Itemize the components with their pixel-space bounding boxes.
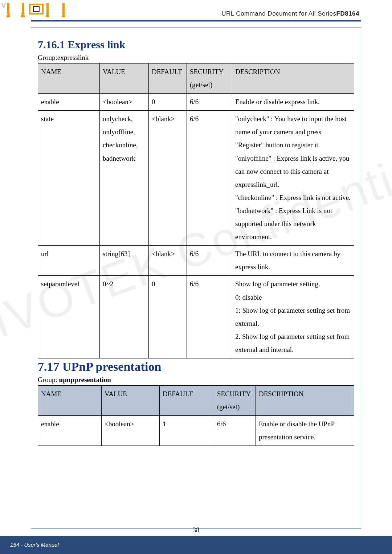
col-value: VALUE [100, 63, 149, 94]
cell-default: 0 [149, 276, 187, 358]
header-doc-title: URL Command Document for All SeriesFD816… [221, 10, 359, 17]
section-7-17-title: 7.17 UPnP presentation [38, 360, 354, 374]
cell-name: setparamlevel [38, 276, 100, 358]
cell-default: 0 [149, 94, 187, 111]
cell-description: "onlycheck" : You have to input the host… [232, 111, 354, 246]
svg-rect-3 [22, 3, 24, 14]
content-frame: 7.16.1 Express link Group:expresslink NA… [31, 27, 361, 529]
cell-security: 6/6 [187, 246, 232, 276]
col-default: DEFAULT [160, 385, 214, 415]
cell-value: string[63] [100, 246, 149, 276]
header-title-prefix: URL Command Document for [221, 10, 309, 17]
cell-value: <boolean> [102, 416, 160, 446]
cell-security: 6/6 [187, 111, 232, 246]
cell-name: enable [38, 416, 102, 446]
svg-rect-13 [62, 15, 65, 17]
cell-description: Enable or disable the UPnP presentation … [256, 416, 354, 446]
svg-rect-10 [46, 15, 49, 17]
col-security: SECURITY(get/set) [214, 385, 256, 415]
group-name: upnppresentation [59, 376, 111, 383]
svg-rect-5 [21, 15, 25, 17]
cell-value: onlycheck,onlyoffline,checkonline,badnet… [100, 111, 149, 246]
page-number: 38 [193, 526, 199, 534]
cell-default: 1 [160, 416, 214, 446]
vivotek-logo: V [0, 1, 69, 21]
svg-text:V: V [1, 2, 6, 9]
svg-rect-2 [7, 15, 10, 17]
header-title-model: FD8164 [336, 10, 359, 17]
cell-description: Enable or disable express link. [232, 94, 354, 111]
svg-rect-0 [7, 3, 9, 14]
svg-rect-7 [33, 7, 39, 12]
group-name: expresslink [57, 54, 89, 61]
footer-left-text: 154 - User's Manual [10, 542, 59, 548]
col-description: DESCRIPTION [232, 63, 354, 94]
section-7-16-1-title: 7.16.1 Express link [38, 38, 354, 51]
cell-description: Show log of parameter setting.0: disable… [232, 276, 354, 358]
table-row: enable <boolean> 0 6/6 Enable or disable… [38, 94, 354, 111]
col-name: NAME [38, 63, 100, 94]
cell-name: enable [38, 94, 100, 111]
col-name: NAME [38, 385, 102, 415]
cell-default: <blank> [149, 111, 187, 246]
cell-default: <blank> [149, 246, 187, 276]
expresslink-table: NAME VALUE DEFAULT SECURITY(get/set) DES… [38, 63, 354, 358]
header-title-series: All Series [309, 10, 336, 17]
svg-rect-11 [62, 3, 65, 14]
upnp-table: NAME VALUE DEFAULT SECURITY(get/set) DES… [38, 385, 354, 446]
table-row: state onlycheck,onlyoffline,checkonline,… [38, 111, 354, 246]
group-label-expresslink: Group:expresslink [38, 54, 354, 62]
header-sub-rule [31, 21, 361, 22]
cell-security: 6/6 [187, 94, 232, 111]
table-row: url string[63] <blank> 6/6 The URL to co… [38, 246, 354, 276]
page-header: V URL Command Document for All SeriesFD8… [0, 0, 392, 24]
table-header-row: NAME VALUE DEFAULT SECURITY(get/set) DES… [38, 385, 354, 415]
col-value: VALUE [102, 385, 160, 415]
table-header-row: NAME VALUE DEFAULT SECURITY(get/set) DES… [38, 63, 354, 94]
cell-value: 0~2 [100, 276, 149, 358]
cell-security: 6/6 [214, 416, 256, 446]
table-row: enable <boolean> 1 6/6 Enable or disable… [38, 416, 354, 446]
page-footer: 154 - User's Manual [0, 536, 392, 554]
group-prefix: Group: [38, 376, 59, 383]
cell-name: state [38, 111, 100, 246]
col-security: SECURITY(get/set) [187, 63, 232, 94]
col-description: DESCRIPTION [256, 385, 354, 415]
cell-name: url [38, 246, 100, 276]
group-prefix: Group: [38, 54, 57, 61]
cell-security: 6/6 [187, 276, 232, 358]
cell-description: The URL to connect to this camera by exp… [232, 246, 354, 276]
col-default: DEFAULT [149, 63, 187, 94]
table-row: setparamlevel 0~2 0 6/6 Show log of para… [38, 276, 354, 358]
group-label-upnp: Group: upnppresentation [38, 376, 354, 384]
cell-value: <boolean> [100, 94, 149, 111]
svg-rect-8 [46, 3, 49, 14]
